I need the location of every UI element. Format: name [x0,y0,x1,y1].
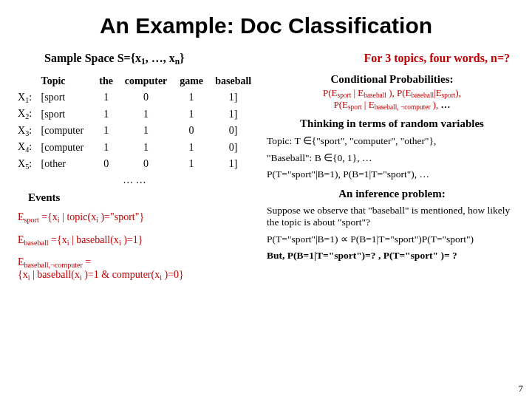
event-sport: Esport ={xi | topic(xi )="sport"} [18,211,258,224]
th-baseball: baseball [208,73,258,89]
ss-mid: , …, x [146,52,175,64]
table-row: X4: [computer 1 1 1 0] [15,139,258,156]
cell: 0 [95,156,117,173]
cell: 0 [117,89,174,106]
rv-line3: P(T="sport"|B=1), P(B=1|T="sport"), … [267,168,517,180]
event-baseball: Ebaseball ={xi | baseball(xi )=1} [18,234,258,247]
table-row: X1: [sport 1 0 1 1] [15,89,258,106]
cell: 0] [208,139,258,156]
inference-prop: P(T="sport"|B=1) ∝ P(B=1|T="sport")P(T="… [267,233,517,245]
cell: 1 [95,106,117,123]
th-computer: computer [117,73,174,89]
cell: 0] [208,123,258,140]
data-table: Topic the computer game baseball X1: [sp… [15,73,258,189]
cell: 1] [208,89,258,106]
table-row: X2: [sport 1 1 1 1] [15,106,258,123]
cell: 0 [117,156,174,173]
row-topic: [computer [38,139,95,156]
cond-prob-lines: P(Esport | Ebaseball ), P(Ebaseball|Espo… [267,87,517,112]
sample-space-label: Sample Space S={x1, …, xn} [44,52,184,66]
cell: 1 [95,123,117,140]
table-row: X5: [other 0 0 1 1] [15,156,258,173]
cell: 1 [174,89,209,106]
table-dots-row: … … [15,172,258,188]
cell: 1] [208,106,258,123]
cell: 1] [208,156,258,173]
slide: An Example: Doc Classification Sample Sp… [0,0,532,282]
row-label: X1: [15,89,38,106]
ss-a: Sample Space S={x [44,52,141,64]
row-label: X4: [15,139,38,156]
row-topic: [sport [38,89,95,106]
table-header-row: Topic the computer game baseball [15,73,258,89]
rv-line2: "Baseball": B ∈{0, 1}, … [267,151,517,164]
row-topic: [sport [38,106,95,123]
row-label: X5: [15,156,38,173]
ss-tail: } [180,52,184,64]
cell: 1 [174,139,209,156]
slide-title: An Example: Doc Classification [15,13,517,38]
row-topic: [other [38,156,95,173]
cell: 1 [174,156,209,173]
page-number: 7 [519,383,524,395]
row-topic: [computer [38,123,95,140]
row-label: X3: [15,123,38,140]
top-row: Sample Space S={x1, …, xn} For 3 topics,… [15,52,517,66]
table-row: X3: [computer 1 1 0 0] [15,123,258,140]
event-baseball-notcomputer: Ebaseball,¬computer = {xi | baseball(xi … [18,256,258,281]
cell: 1 [117,106,174,123]
cond-prob-title: Conditional Probabilities: [267,73,517,86]
left-column: Topic the computer game baseball X1: [sp… [15,73,258,282]
dots: … … [95,172,174,188]
events-label: Events [28,191,258,204]
right-header: For 3 topics, four words, n=? [364,52,510,66]
th-topic: Topic [38,73,95,89]
rv-title: Thinking in terms of random variables [267,117,517,130]
th-the: the [95,73,117,89]
cell: 1 [95,89,117,106]
th-game: game [174,73,209,89]
rv-line1: Topic: T ∈{"sport", "computer", "other"}… [267,134,517,147]
inference-but: But, P(B=1|T="sport")=? , P(T="sport" )=… [267,250,517,262]
cell: 1 [117,123,174,140]
inference-q: Suppose we observe that "baseball" is me… [267,205,517,228]
inference-title: An inference problem: [267,188,517,200]
row-label: X2: [15,106,38,123]
right-column: Conditional Probabilities: P(Esport | Eb… [267,73,517,282]
content-row: Topic the computer game baseball X1: [sp… [15,73,517,282]
cell: 1 [95,139,117,156]
cell: 1 [174,106,209,123]
cell: 0 [174,123,209,140]
cell: 1 [117,139,174,156]
